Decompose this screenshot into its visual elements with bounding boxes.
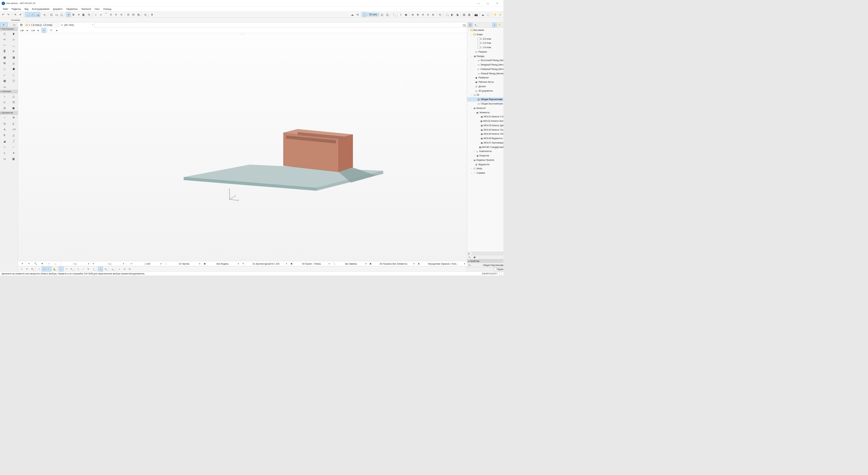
tab-close-icon[interactable]: ×: [92, 23, 93, 26]
open-3d-button[interactable]: ⬚: [362, 12, 367, 17]
menu-document[interactable]: Документ: [52, 7, 64, 11]
bt15[interactable]: ⤢: [98, 267, 103, 271]
explore-button[interactable]: ᚱ: [398, 12, 403, 17]
trace-toggle[interactable]: ⟳: [91, 261, 96, 266]
showall-val[interactable]: 00 Показать Все Элементы: [375, 262, 412, 265]
panel-document-head[interactable]: Документир: [0, 111, 18, 114]
menu-help[interactable]: Помощь: [102, 7, 113, 11]
bt17[interactable]: ◿: [110, 267, 115, 271]
polyline-tool[interactable]: ⟋: [9, 144, 18, 150]
curtain-tool[interactable]: ▦: [0, 55, 9, 60]
teamwork-button[interactable]: ☁: [350, 12, 355, 17]
arrow-tool[interactable]: ↖: [0, 22, 8, 27]
energy-button[interactable]: ⚡: [493, 12, 497, 17]
bt14[interactable]: ╱: [91, 267, 96, 271]
bt4[interactable]: ⟐: [37, 267, 41, 271]
door-tool[interactable]: ◨: [9, 55, 18, 60]
mesh-tool[interactable]: ▦: [0, 78, 9, 83]
drawing-icon[interactable]: ⬚: [164, 261, 169, 266]
camera-button[interactable]: 📷: [474, 12, 478, 17]
model-val[interactable]: Вся Модель: [209, 262, 236, 265]
level-tool[interactable]: ⊕: [9, 115, 18, 120]
distribute-button[interactable]: ⊞: [71, 12, 76, 17]
line-tool[interactable]: ╱: [9, 138, 18, 144]
section-button[interactable]: ⬚: [445, 12, 449, 17]
zoom-icon[interactable]: 🔍: [33, 261, 38, 266]
qo1[interactable]: ▭▸: [19, 28, 24, 33]
detail-tool[interactable]: ◎: [0, 105, 9, 111]
object-tool[interactable]: ⬣: [9, 66, 18, 72]
slab-tool[interactable]: ▱: [9, 37, 18, 42]
elev-tool[interactable]: △: [9, 94, 18, 99]
section3-button[interactable]: ◑: [455, 12, 460, 17]
home-icon[interactable]: ⌂: [53, 261, 58, 266]
drawing-tool[interactable]: ▦: [9, 156, 18, 162]
bt13[interactable]: ✎: [86, 267, 91, 271]
window-tool[interactable]: ⊞: [0, 60, 9, 66]
scale-val[interactable]: 1:100: [136, 262, 159, 265]
opening-tool[interactable]: ◌: [0, 66, 9, 72]
bt9[interactable]: ↗: [64, 267, 69, 271]
section-tool[interactable]: ⟊: [0, 94, 9, 99]
nav-book-icon[interactable]: 📕: [503, 23, 504, 27]
circle-tool[interactable]: ○: [0, 144, 9, 150]
bt19[interactable]: ⊡: [122, 267, 127, 271]
rotate-button[interactable]: ⟳: [86, 12, 91, 17]
zoom-prev[interactable]: ↺: [20, 261, 25, 266]
qo3[interactable]: ▭▸: [31, 28, 35, 33]
bt18[interactable]: ↘: [117, 267, 122, 271]
energy2-button[interactable]: ⚡: [498, 12, 502, 17]
nav-folder-icon[interactable]: 📁: [498, 23, 502, 27]
guideline-button[interactable]: ⟋: [25, 12, 30, 17]
nav-cloud-icon[interactable]: ☁: [492, 23, 497, 27]
menu-editor[interactable]: Редактор: [10, 7, 23, 11]
menu-design[interactable]: Конструирование: [31, 7, 51, 11]
measure-button[interactable]: ⟐: [94, 12, 98, 17]
wall-tool[interactable]: ▯: [0, 31, 9, 36]
cam-tool[interactable]: ▣: [9, 105, 18, 111]
qo6[interactable]: ↖: [49, 28, 54, 33]
new-view2-icon[interactable]: ▣: [472, 255, 477, 260]
trace-ref-button[interactable]: ▭: [54, 12, 59, 17]
teamwork2-button[interactable]: ⟲: [355, 12, 360, 17]
bt1[interactable]: ↖: [19, 267, 24, 271]
change-tool[interactable]: △: [9, 132, 18, 138]
align-button[interactable]: ⇥: [66, 12, 71, 17]
menu-window[interactable]: Окно: [93, 7, 101, 11]
qo7[interactable]: ▸: [55, 28, 59, 33]
spline-tool[interactable]: ∿: [0, 150, 9, 156]
fillet-button[interactable]: ⌒: [104, 12, 108, 17]
params-button[interactable]: Параметры...: [494, 268, 504, 271]
dim-tool[interactable]: ↔: [0, 115, 9, 120]
scale-icon[interactable]: ▭: [129, 261, 134, 266]
nav-views[interactable]: ▸: [474, 23, 478, 27]
shell-tool[interactable]: ◡: [9, 43, 18, 48]
angle-button[interactable]: ◿: [35, 12, 40, 17]
modify-button[interactable]: ⊟: [131, 12, 136, 17]
nav5-button[interactable]: ⊚: [431, 12, 436, 17]
zone-tool[interactable]: ⬚: [9, 72, 18, 78]
walk-button[interactable]: ᚶ: [392, 12, 396, 17]
publish-button[interactable]: ⬆: [150, 12, 155, 17]
plan-icon[interactable]: ▣: [289, 261, 294, 266]
cloud2-button[interactable]: ⬚: [486, 12, 491, 17]
edit-sel-button[interactable]: ⊡: [126, 12, 131, 17]
menu-teamwork[interactable]: Teamwork: [80, 7, 93, 11]
structural-tool[interactable]: ▭: [0, 84, 9, 90]
tree-hscroll[interactable]: ◀▶: [467, 252, 504, 255]
bt11[interactable]: ╲: [76, 267, 81, 271]
menu-options[interactable]: Параметры: [64, 7, 79, 11]
marker-tool[interactable]: ⚲: [0, 132, 9, 138]
column-tool[interactable]: ▮: [9, 31, 18, 36]
measure2-button[interactable]: ⤫: [99, 12, 103, 17]
hotspot-tool[interactable]: ✶: [9, 150, 18, 156]
noreplace-icon[interactable]: ⬚: [332, 261, 336, 266]
pickup-button[interactable]: ✎: [13, 12, 18, 17]
noreplace-val[interactable]: Без Замены: [338, 262, 364, 265]
stair-tool[interactable]: ≣: [0, 49, 9, 54]
render1-button[interactable]: ▤: [462, 12, 467, 17]
figure-tool[interactable]: ▭: [0, 156, 9, 162]
fit-icon[interactable]: ⤢: [46, 261, 51, 266]
tab-3d[interactable]: ◱ [3D / Все] ×: [59, 22, 95, 27]
offset3-button[interactable]: ⎘: [119, 12, 124, 17]
